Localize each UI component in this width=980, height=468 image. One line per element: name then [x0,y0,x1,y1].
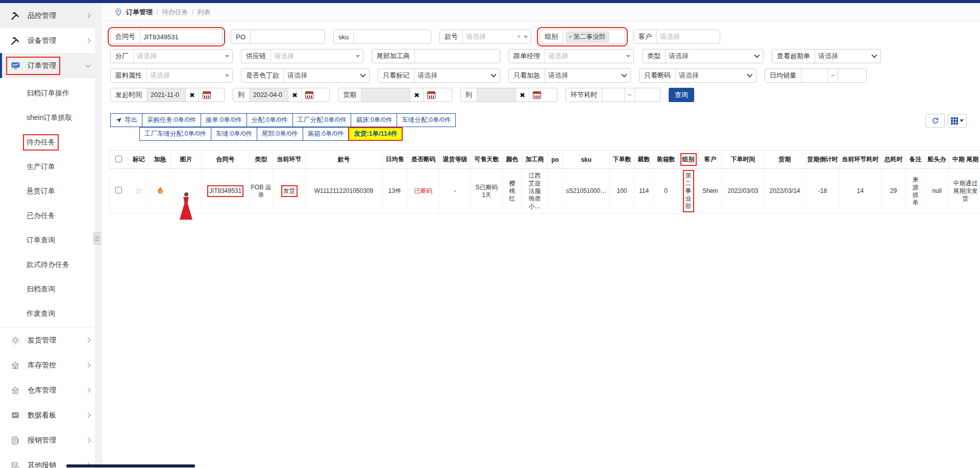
refresh-button[interactable] [925,114,945,128]
filter-only-marked: 只看标记 请选择 [378,68,500,83]
search-button[interactable]: 查询 [669,88,694,102]
row-checkbox[interactable] [115,187,122,193]
col-return-grade: 退货等级 [439,151,471,169]
sidebar-item-equipment[interactable]: 设备管理 [0,28,95,53]
tab-purchase-tasks[interactable]: 采购任务:0单/0件 [142,113,201,127]
stage-tabs-row-2: 工厂车缝分配:0单/0件 车缝:0单/0件 尾部:0单/0件 装箱:0单/0件 … [139,127,980,141]
sidebar-item-archive-order-ops[interactable]: 归档订单操作 [0,81,95,106]
sidebar-item-reimbursement-mgmt[interactable]: 报销管理 [0,428,95,453]
sidebar-item-shein-order-fetch[interactable]: shein订单抓取 [0,106,95,130]
calendar-icon[interactable] [533,91,541,99]
chip-close-icon[interactable]: × [569,34,572,40]
tab-packing[interactable]: 装箱:0单/0件 [303,127,349,141]
tab-cutting[interactable]: 裁床:0单/0件 [351,113,397,127]
sidebar-item-inventory-control[interactable]: 库存管控 [0,353,95,378]
calendar-icon[interactable] [305,91,313,99]
chevron-down-icon [754,52,760,58]
calendar-icon[interactable] [203,91,211,99]
overdue-select[interactable]: 请选择 [815,50,880,63]
contract-no-input[interactable] [143,33,219,41]
satin-style-select[interactable]: 请选择 [284,69,369,82]
breadcrumb-view: 列表 [197,8,210,17]
sidebar-item-quality-control[interactable]: 品控管理 [0,3,95,28]
style-no-select[interactable]: 请选择 × [462,30,531,43]
due-date-value[interactable] [361,88,410,102]
clear-icon[interactable]: ✖ [410,88,423,102]
filter-branch-factory: 分厂 请选择 [110,49,233,63]
cell-customer: Shein [699,169,722,214]
sidebar-item-bounty-orders[interactable]: 悬赏订单 [0,179,95,204]
tab-sewing[interactable]: 车缝:0单/0件 [211,127,257,141]
tail-processor-input[interactable] [418,53,497,60]
start-to-value[interactable]: 2022-04-0 [249,88,288,102]
cell-mark: ☆ [128,169,150,214]
sidebar-item-warehouse-mgmt[interactable]: 仓库管理 [0,378,95,403]
sidebar-item-style-todo-tasks[interactable]: 款式待办任务 [0,253,95,277]
sku-input[interactable] [357,33,428,41]
clear-icon[interactable]: × [517,33,521,40]
due-to-value[interactable] [477,88,516,102]
tab-factory-allocate[interactable]: 工厂分配:0单/0件 [292,113,352,127]
monitor-chart-icon [10,61,20,71]
cell-sku: sS21051000… [563,169,610,214]
fabric-attr-select[interactable]: 请选择 [146,69,232,82]
sidebar-item-order-query[interactable]: 订单查询 [0,228,95,253]
cell-stage-elapsed: 14 [840,169,881,214]
clear-icon[interactable]: ✖ [185,88,199,102]
gear-icon [10,335,20,346]
sidebar-item-production-orders[interactable]: 生产订单 [0,155,95,179]
sidebar-item-void-query[interactable]: 作废查询 [0,302,95,326]
clear-icon[interactable]: ✖ [516,88,529,102]
export-button[interactable]: 导出 [110,113,142,127]
tab-tail[interactable]: 尾部:0单/0件 [257,127,303,141]
col-image: 图片 [171,151,202,169]
cell-shipping-agent: null [925,169,949,214]
sidebar-item-data-dashboard[interactable]: 数据看板 [0,403,95,428]
col-processor: 加工商 [522,151,548,169]
type-select[interactable]: 请选择 [665,50,763,63]
stage-elapsed-max-input[interactable] [638,91,657,99]
sidebar-item-label: 数据看板 [28,411,56,420]
merchandiser-select[interactable]: 请选择 [545,50,633,63]
tab-sewing-allocate[interactable]: 车缝分配:0单/0件 [397,113,456,127]
tab-allocate[interactable]: 分配:0单/0件 [247,113,293,127]
sidebar-item-order-mgmt[interactable]: 订单管理 [0,53,95,78]
col-group: 组别 [678,151,699,169]
columns-grid-button[interactable] [947,114,967,128]
group-select[interactable]: × 第二事业部 [562,30,625,43]
supply-chain-select[interactable]: 请选择 [271,50,363,63]
sidebar-item-todo-tasks[interactable]: 待办任务 [0,130,95,155]
col-color: 颜色 [503,151,522,169]
calendar-icon[interactable] [427,91,435,99]
only-marked-select[interactable]: 请选择 [414,69,500,82]
star-icon[interactable]: ☆ [135,186,142,195]
filter-panel: 合同号 PO sku 款号 请选择 × [102,21,980,102]
start-time-value[interactable]: 2021-11-0 [146,88,185,102]
cell-cut-qty: 114 [634,169,654,214]
sidebar-collapse-handle[interactable] [93,232,101,245]
cell-remark: 来源抓单 [906,169,925,214]
sidebar-item-done-tasks[interactable]: 已办任务 [0,204,95,228]
only-urgent-select[interactable]: 请选择 [545,69,630,82]
only-broken-select[interactable]: 请选择 [675,69,756,82]
stage-elapsed-min-input[interactable] [605,91,621,99]
po-input[interactable] [254,33,322,41]
group-tag-chip[interactable]: × 第二事业部 [566,32,609,42]
select-all-checkbox[interactable] [115,156,122,162]
clear-icon[interactable]: ✖ [288,88,301,102]
sidebar-item-archive-query[interactable]: 归档查询 [0,277,95,302]
tab-accept-order[interactable]: 接单:0单/0件 [201,113,247,127]
sidebar-item-shipping-mgmt[interactable]: 发货管理 [0,328,95,353]
tab-factory-sewing-allocate[interactable]: 工厂车缝分配:0单/0件 [139,127,211,141]
chevron-down-icon [360,71,365,77]
table-utils [925,114,967,128]
daily-sales-max-input[interactable] [841,72,863,80]
col-due-date: 货期 [764,151,806,169]
customer-select[interactable]: 请选择 [656,30,720,43]
horizontal-scrollbar-thumb[interactable] [66,464,195,467]
col-contract-no: 合同号 [202,151,250,169]
daily-sales-min-input[interactable] [804,72,824,80]
tab-shipping-active[interactable]: 发货:1单/114件 [348,127,403,141]
branch-factory-select[interactable]: 请选择 [133,50,232,63]
cell-total-elapsed: 29 [881,169,906,214]
